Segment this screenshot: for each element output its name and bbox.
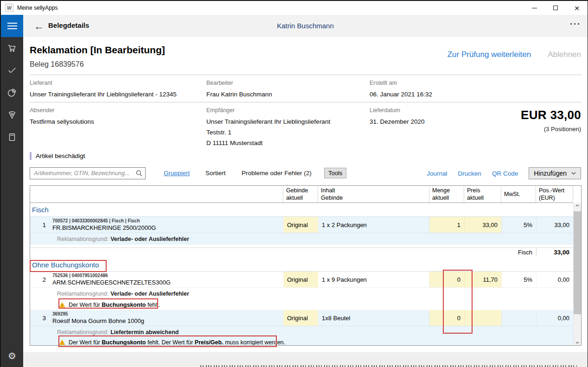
article-meta: 752536 | 04007951002486 [52,273,280,278]
menge-cell[interactable]: 0 [429,310,464,326]
reklamationsgrund-row: Reklamationsgrund: Liefertermin abweiche… [30,326,573,338]
pos-wert-cell: 33,00 [536,217,573,233]
mwst-cell: 5% [501,272,536,287]
clipped-text-edge [200,365,577,367]
table-row[interactable]: 1 700572 | 04033300002845 | Fisch | Fisc… [30,217,573,233]
fields-row-2: Absender Testfirma sellysolutions Empfän… [30,107,581,151]
field-label: Erstellt am [370,80,432,86]
column-header-pos-wert: Pos.-Wert (EUR) [536,186,573,202]
minimize-icon [532,8,537,8]
gebinde-cell[interactable]: Original [283,217,318,233]
maximize-button[interactable] [545,1,566,15]
check-icon [7,65,17,76]
window-controls: × [524,1,588,15]
search-input[interactable] [30,167,146,179]
warning-text: Der Wert für Buchungskonto fehlt. Der We… [69,339,285,346]
field-label: Lieferdatum [370,107,425,114]
preis-cell[interactable] [464,310,501,326]
warning-row: Der Wert für Buchungskonto fehlt. Der We… [30,338,573,345]
grund-label: Reklamationsgrund: [57,291,109,297]
positions-table: Gebinde aktuell Inhalt Gebinde Menge akt… [30,185,582,346]
field-value: Teststr. 1 [206,127,330,138]
reklamationsgrund-row: Reklamationsgrund: Verlade- oder Auslief… [30,287,573,299]
settings-button[interactable]: ⚙ [1,345,23,367]
article-cell: 752536 | 04007951002486 ARM.SCHWEINEGESC… [49,272,283,287]
group-header-ohne-buchungskonto: Ohne Buchungskonto [30,259,573,272]
document-number: Beleg 16839576 [30,60,84,69]
group-subtotal-row: Fisch 33,00 [30,247,573,257]
gebinde-cell[interactable]: Original [283,272,318,287]
forward-for-review-link[interactable]: Zur Prüfung weiterleiten [447,50,531,59]
warning-row: Der Wert für Buchungskonto fehlt. [30,299,573,310]
total-positions: (3 Positionen) [521,126,581,133]
sidebar-item-offers[interactable] [1,104,23,126]
filter-sortiert[interactable]: Sortiert [205,170,226,177]
cart-icon [7,43,17,53]
sidebar-item-tasks[interactable] [1,59,23,82]
scroll-up-button[interactable] [574,204,581,207]
toolbar-right-links: Journal Drucken QR Code Hinzufügen [427,167,581,179]
field-value: Unser Trainingslieferant Ihr Lieblingsli… [30,89,177,100]
menge-cell[interactable]: 1 [429,217,464,233]
hinzufuegen-button[interactable]: Hinzufügen [529,167,581,179]
chevron-up-icon [575,204,579,207]
list-toolbar: Gruppiert Sortiert Probleme oder Fehler … [30,167,581,180]
field-erstellt-am: Erstellt am 06. Januar 2021 16:32 [370,80,432,100]
warning-text: Der Wert für Buchungskonto fehlt. [69,302,160,308]
field-bearbeiter: Bearbeiter Frau Katrin Buschmann [206,80,272,100]
warning-icon [59,302,65,308]
mwst-cell [501,310,536,326]
fields-row-1: Lieferant Unser Trainingslieferant Ihr L… [30,80,581,101]
mwst-cell: 5% [501,217,536,233]
tools-button[interactable]: Tools [324,168,346,178]
sidebar-item-cart[interactable] [1,37,23,59]
pos-wert-cell: 0,00 [536,310,573,326]
minimize-button[interactable] [524,1,545,15]
scrollbar-thumb[interactable] [574,211,581,314]
article-meta: 369295 [52,311,280,316]
column-header-article [30,186,283,202]
position-number: 1 [30,217,49,233]
field-value: 06. Januar 2021 16:32 [370,89,432,100]
scroll-down-button[interactable] [574,342,581,344]
divider [30,102,582,102]
vertical-scrollbar[interactable] [573,203,581,345]
menu-button[interactable] [1,15,23,37]
gear-icon: ⚙ [8,350,16,361]
search-icon [135,170,143,177]
reklamationsgrund-row: Reklamationsgrund: Verlade- oder Auslief… [30,233,573,245]
field-label: Empfänger [206,107,330,114]
close-button[interactable]: × [566,1,588,15]
position-number: 2 [30,272,49,287]
user-name[interactable]: Katrin Buschmann [23,22,588,30]
sidebar-item-statistics[interactable] [1,82,23,104]
journal-link[interactable]: Journal [427,170,447,177]
gebinde-cell[interactable]: Original [283,310,318,326]
drucken-link[interactable]: Drucken [458,170,481,177]
table-header: Gebinde aktuell Inhalt Gebinde Menge akt… [30,186,573,203]
grund-label: Reklamationsgrund: [57,329,109,335]
field-value: Testfirma sellysolutions [30,116,94,127]
filter-gruppiert[interactable]: Gruppiert [164,170,190,177]
qr-code-link[interactable]: QR Code [492,170,518,177]
article-name: ARM.SCHWEINEGESCHNETZELTES300G [52,279,280,286]
sidebar-item-catalog[interactable] [1,126,23,148]
close-icon: × [574,4,579,13]
table-row[interactable]: 2 752536 | 04007951002486 ARM.SCHWEINEGE… [30,272,573,287]
position-number: 3 [30,310,49,326]
page-header: ← Belegdetails Katrin Buschmann ··· [23,15,588,37]
column-header-inhalt: Inhalt Gebinde [318,186,429,202]
inhalt-cell: 1x8 Beutel [318,310,429,326]
more-button[interactable]: ··· [570,19,581,29]
filter-probleme-oder-fehler[interactable]: Probleme oder Fehler (2) [242,170,312,177]
preis-cell[interactable]: 33,00 [464,217,501,233]
field-absender: Absender Testfirma sellysolutions [30,107,94,127]
document-title: Reklamation [In Bearbeitung] [30,44,165,56]
subtotal-value: 33,00 [536,248,573,257]
field-label: Absender [30,107,94,114]
field-value: 31. Dezember 2020 [370,116,425,127]
preis-cell[interactable]: 11,70 [464,272,501,287]
menge-cell[interactable]: 0 [429,272,464,287]
field-label: Lieferant [30,80,177,86]
table-row[interactable]: 3 369295 Roestf Mona Gourm Bohne 1000g O… [30,310,573,326]
